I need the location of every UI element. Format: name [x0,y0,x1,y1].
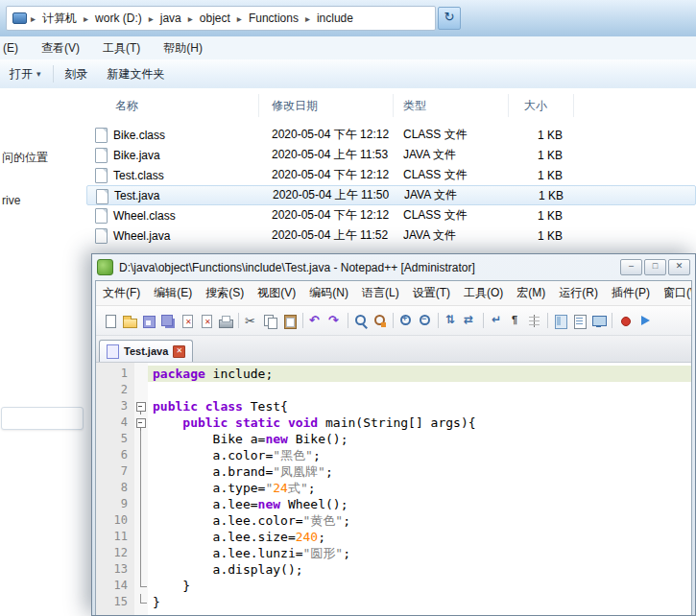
play-macro-icon[interactable] [636,313,653,329]
fold-margin-cell [134,382,148,398]
file-size: 1 KB [509,129,574,142]
table-row[interactable]: Wheel.class2020-05-04 下午 12:12CLASS 文件1 … [86,205,696,225]
column-header-date[interactable]: 修改日期 [259,94,394,117]
menu-item[interactable]: 编码(N) [302,285,355,301]
sidebar-item-recent-places[interactable]: 问的位置 [2,150,48,166]
doc-map-icon[interactable] [552,313,569,329]
explorer-titlebar[interactable]: ▸计算机▸work (D:)▸java▸object▸Functions▸inc… [0,0,696,37]
show-all-chars-icon[interactable] [507,313,524,329]
menu-item[interactable]: 查看(V) [41,40,80,57]
code-text: a.lee.lunzi="圆形"; [148,545,691,561]
menu-item[interactable]: 文件(F) [96,285,147,301]
menu-item[interactable]: 设置(T) [406,285,457,301]
line-number: 15 [96,594,134,610]
address-bar[interactable]: ▸计算机▸work (D:)▸java▸object▸Functions▸inc… [6,6,436,31]
menu-item[interactable]: 工具(T) [103,40,140,57]
menu-item[interactable]: 搜索(S) [199,285,251,301]
find-icon[interactable] [352,313,370,329]
cut-icon[interactable] [243,313,260,329]
refresh-button[interactable]: ↻ [438,7,461,30]
sync-h-icon[interactable] [462,313,479,329]
redo-icon[interactable] [326,313,344,329]
code-token: Bike(); [288,432,348,446]
line-number: 4 [96,415,134,431]
file-type: JAVA 文件 [395,187,510,203]
code-token: ; [308,481,316,495]
menu-item[interactable]: 语言(L) [355,285,406,301]
function-list-icon[interactable] [571,313,588,329]
code-line: 6 a.color="黑色"; [96,447,691,463]
word-wrap-icon[interactable] [488,313,505,329]
open-icon[interactable] [121,313,138,329]
code-editor[interactable]: 1package include;23public class Test{4 p… [96,363,691,615]
notepadpp-titlebar[interactable]: D:\java\object\Functions\include\Test.ja… [92,254,695,280]
maximize-button[interactable]: □ [644,259,666,275]
minimize-button[interactable]: – [620,259,642,275]
menu-item[interactable]: 宏(M) [510,285,552,301]
tab-close-icon[interactable]: ✕ [173,345,185,358]
command-burn-button[interactable]: 刻录 [56,66,98,83]
menu-item[interactable]: (E) [3,41,18,55]
fold-collapse-icon[interactable] [134,398,148,415]
code-line: 5 Bike a=new Bike(); [96,431,691,447]
monitor-icon[interactable] [590,313,608,329]
menu-item[interactable]: 编辑(E) [147,285,199,301]
table-row[interactable]: Test.java2020-05-04 上午 11:50JAVA 文件1 KB [86,185,696,205]
table-row[interactable]: Test.class2020-05-04 下午 12:12CLASS 文件1 K… [86,165,696,185]
menu-item[interactable]: 窗口(W) [657,285,691,301]
new-file-icon[interactable] [102,313,119,329]
column-header-type[interactable]: 类型 [394,94,509,117]
table-row[interactable]: Bike.java2020-05-04 上午 11:53JAVA 文件1 KB [86,145,696,165]
zoom-in-icon[interactable] [397,313,415,329]
column-header-name[interactable]: 名称 [86,94,259,117]
undo-icon[interactable] [307,313,324,329]
indent-guide-icon[interactable] [526,313,543,329]
paste-icon[interactable] [281,313,299,329]
save-icon[interactable] [140,313,157,329]
command-new-folder-button[interactable]: 新建文件夹 [98,66,175,83]
code-text: package include; [148,366,691,382]
fold-collapse-icon[interactable] [134,415,148,431]
replace-icon[interactable] [372,313,389,329]
menu-item[interactable]: 运行(R) [552,285,605,301]
breadcrumb-item[interactable]: 计算机 [39,11,80,27]
code-token: a.display(); [153,562,303,577]
close-file-icon[interactable] [179,313,196,329]
code-token: public class [153,399,243,414]
close-all-icon[interactable] [198,313,215,329]
menu-item[interactable]: 视图(V) [251,285,302,301]
code-text: a.display(); [148,561,691,578]
code-line: 1package include; [96,366,691,382]
breadcrumb-item[interactable]: Functions [246,12,301,25]
save-all-icon[interactable] [159,313,177,329]
fold-margin-cell [134,366,148,382]
record-macro-icon[interactable] [616,313,634,329]
sync-v-icon[interactable] [443,313,460,329]
code-line: 13 a.display(); [96,561,691,578]
copy-icon[interactable] [262,313,279,329]
breadcrumb-item[interactable]: object [197,12,233,25]
command-open-button[interactable]: 打开▾ [0,66,51,83]
print-icon[interactable] [217,313,234,329]
file-size: 1 KB [509,169,574,182]
table-row[interactable]: Wheel.java2020-05-04 上午 11:52JAVA 文件1 KB [86,225,696,246]
file-date: 2020-05-04 下午 12:12 [259,167,394,183]
tab-test-java[interactable]: Test.java ✕ [99,340,193,362]
sidebar-item-drive[interactable]: rive [2,194,20,207]
column-header-size[interactable]: 大小 [509,94,574,117]
menu-item[interactable]: 插件(P) [605,285,657,301]
menu-item[interactable]: 帮助(H) [163,40,203,57]
table-row[interactable]: Bike.class2020-05-04 下午 12:12CLASS 文件1 K… [86,125,696,145]
breadcrumb-separator-icon: ▸ [31,13,36,24]
breadcrumb-item[interactable]: include [314,12,356,25]
toolbar-separator [348,313,348,328]
breadcrumb-item[interactable]: work (D:) [92,12,145,25]
menu-item[interactable]: 工具(O) [457,285,510,301]
toolbar-separator [612,313,612,328]
file-size: 1 KB [509,149,574,162]
close-button[interactable]: ✕ [668,259,690,275]
code-token: include; [205,367,273,381]
line-number: 13 [96,561,134,578]
zoom-out-icon[interactable] [417,313,434,329]
breadcrumb-item[interactable]: java [157,12,184,25]
